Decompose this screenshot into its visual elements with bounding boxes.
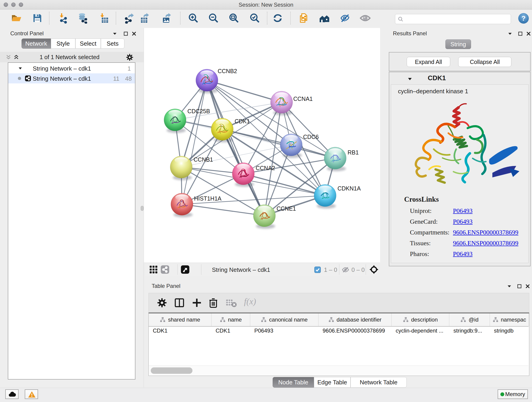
zoom-out-icon[interactable] bbox=[208, 13, 219, 24]
network-row[interactable]: String Network – cdk1 11 48 bbox=[8, 73, 135, 83]
crosslink-link[interactable]: P06493 bbox=[453, 218, 473, 225]
show-columns-icon[interactable] bbox=[174, 297, 185, 308]
table-toolbar: f(x) bbox=[148, 293, 529, 312]
hide-selected-icon[interactable] bbox=[340, 13, 351, 24]
control-panel-close-icon[interactable] bbox=[132, 31, 137, 36]
control-panel-float-icon[interactable] bbox=[123, 31, 128, 36]
birds-eye-view-icon[interactable] bbox=[149, 265, 158, 274]
table-scrollbar-thumb[interactable] bbox=[151, 367, 192, 374]
cloud-button[interactable] bbox=[5, 389, 19, 399]
tab-network[interactable]: Network bbox=[22, 38, 51, 49]
network-node-CCNA2[interactable] bbox=[232, 163, 254, 187]
zoom-selected-icon[interactable] bbox=[249, 13, 260, 24]
memory-button[interactable]: Memory bbox=[498, 389, 528, 399]
table-cell[interactable]: P06493 bbox=[254, 327, 273, 334]
network-node-HIST1H1A[interactable] bbox=[171, 193, 193, 217]
expand-all-icon[interactable] bbox=[13, 54, 19, 60]
tab-network-table[interactable]: Network Table bbox=[351, 377, 407, 388]
results-panel-float-icon[interactable] bbox=[518, 31, 523, 36]
network-view[interactable]: CCNB2 CCNA1 CDC25B CDK1 CDC6 RB1 CCNB1 bbox=[144, 28, 380, 263]
expand-all-button[interactable]: Expand All bbox=[407, 57, 450, 67]
table-cell[interactable]: stringdb bbox=[494, 327, 513, 334]
open-session-icon[interactable] bbox=[11, 13, 22, 24]
collapse-all-icon[interactable] bbox=[6, 54, 12, 60]
cdk1-expander-icon[interactable] bbox=[408, 77, 412, 81]
column-header--id[interactable]: @id bbox=[449, 313, 490, 326]
selected-count: 1 – 0 bbox=[324, 266, 337, 274]
control-panel-menu-icon[interactable] bbox=[112, 31, 117, 36]
tab-select[interactable]: Select bbox=[75, 38, 101, 49]
column-header-database-identifier[interactable]: database identifier bbox=[318, 313, 392, 326]
warnings-button[interactable] bbox=[25, 389, 38, 399]
selected-checkbox-icon[interactable] bbox=[314, 266, 321, 274]
table-panel-float-icon[interactable] bbox=[517, 284, 522, 289]
first-neighbors-icon[interactable] bbox=[319, 13, 330, 24]
table-cell[interactable]: CDK1 bbox=[153, 327, 167, 334]
export-image-icon[interactable] bbox=[162, 13, 172, 24]
results-panel-close-icon[interactable] bbox=[526, 31, 531, 36]
zoom-in-icon[interactable] bbox=[188, 13, 199, 24]
collection-expander-icon[interactable] bbox=[18, 66, 22, 70]
left-splitter-handle[interactable] bbox=[141, 206, 144, 211]
tab-edge-table[interactable]: Edge Table bbox=[314, 377, 351, 388]
network-node-CCNE1[interactable] bbox=[253, 205, 275, 229]
table-panel-menu-icon[interactable] bbox=[507, 284, 512, 289]
table-cell[interactable]: CDK1 bbox=[215, 327, 230, 334]
network-node-CDK1[interactable] bbox=[211, 118, 233, 142]
tab-style[interactable]: Style bbox=[51, 38, 75, 49]
tab-string[interactable]: String bbox=[445, 39, 471, 49]
add-column-icon[interactable] bbox=[191, 297, 202, 308]
table-settings-gear-icon[interactable] bbox=[157, 297, 167, 308]
network-options-gear-icon[interactable] bbox=[126, 53, 134, 61]
search-box[interactable] bbox=[395, 14, 511, 24]
export-table-icon[interactable] bbox=[139, 13, 151, 24]
cloud-icon bbox=[8, 391, 16, 398]
column-header-description[interactable]: description bbox=[392, 313, 449, 326]
help-button[interactable]: ? bbox=[518, 13, 529, 24]
network-node-CDC25B[interactable] bbox=[164, 109, 186, 133]
network-collection-row[interactable]: String Network – cdk1 1 bbox=[8, 63, 135, 73]
crosslink-link[interactable]: 9606.ENSP00000378699 bbox=[453, 240, 518, 247]
tab-node-table[interactable]: Node Table bbox=[273, 377, 314, 388]
column-tree-icon bbox=[220, 317, 226, 323]
export-network-icon[interactable] bbox=[123, 13, 134, 24]
zoom-fit-icon[interactable] bbox=[228, 13, 239, 24]
network-node-RB1[interactable] bbox=[324, 147, 346, 171]
table-cell[interactable]: cyclin-dependent ... bbox=[396, 327, 443, 334]
tab-sets[interactable]: Sets bbox=[101, 38, 124, 49]
results-panel-menu-icon[interactable] bbox=[507, 31, 513, 36]
node-label-CCNB2: CCNB2 bbox=[218, 68, 237, 74]
hidden-count: 0 – 0 bbox=[351, 266, 365, 274]
column-header-shared-name[interactable]: shared name bbox=[149, 313, 211, 326]
column-header-canonical-name[interactable]: canonical name bbox=[250, 313, 318, 326]
save-session-icon[interactable] bbox=[32, 13, 43, 24]
column-header-namespac[interactable]: namespac bbox=[490, 313, 529, 326]
search-input[interactable] bbox=[405, 15, 507, 23]
show-all-icon[interactable] bbox=[360, 13, 371, 24]
control-panel: Control Panel Network Style Select Sets … bbox=[0, 28, 144, 387]
table-cell[interactable]: stringdb:9... bbox=[453, 327, 482, 334]
delete-column-icon[interactable] bbox=[208, 297, 219, 308]
import-table-icon[interactable] bbox=[98, 13, 109, 24]
apply-layout-icon[interactable] bbox=[272, 13, 283, 24]
open-in-window-icon[interactable] bbox=[181, 265, 190, 274]
import-network-from-database-icon[interactable] bbox=[77, 13, 89, 24]
network-node-CCNA1[interactable] bbox=[271, 91, 293, 115]
crosslink-link[interactable]: 9606.ENSP00000378699 bbox=[453, 229, 518, 236]
crosslink-link[interactable]: P06493 bbox=[453, 207, 473, 214]
network-node-CDC6[interactable] bbox=[280, 134, 302, 158]
fit-content-crosshair-icon[interactable] bbox=[369, 264, 379, 274]
crosslink-link[interactable]: P06493 bbox=[453, 250, 473, 257]
network-node-CCNB1[interactable] bbox=[170, 156, 192, 180]
toolbar-separator bbox=[267, 12, 267, 25]
column-header-name[interactable]: name bbox=[211, 313, 250, 326]
table-cell[interactable]: 9606.ENSP00000378699 bbox=[323, 327, 385, 334]
import-network-icon[interactable] bbox=[57, 13, 69, 24]
string-view-icon[interactable] bbox=[160, 265, 170, 274]
crosslink-label: Tissues: bbox=[410, 240, 453, 247]
network-node-CDKN1A[interactable] bbox=[314, 185, 336, 209]
collapse-all-button[interactable]: Collapse All bbox=[458, 57, 511, 67]
table-panel-close-icon[interactable] bbox=[525, 284, 530, 289]
copy-network-icon[interactable] bbox=[298, 13, 309, 24]
control-panel-title: Control Panel bbox=[10, 30, 44, 37]
